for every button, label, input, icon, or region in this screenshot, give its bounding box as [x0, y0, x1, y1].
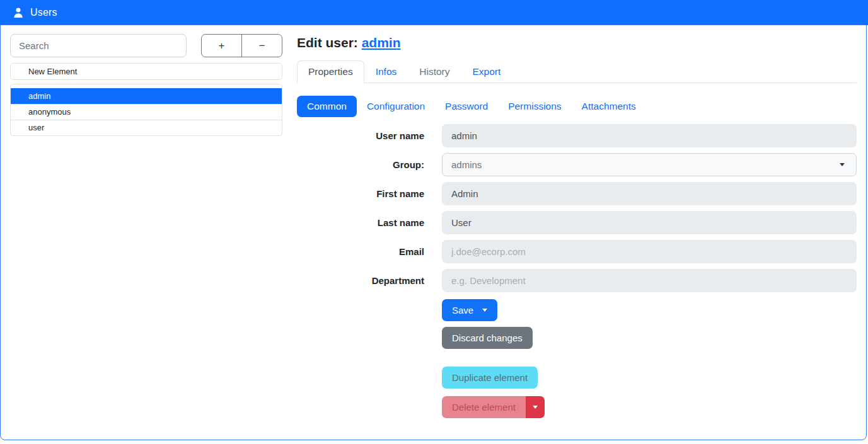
sidebar: + − New Element admin anonymous user: [10, 34, 282, 136]
tab-properties[interactable]: Properties: [297, 60, 364, 83]
add-element-button[interactable]: +: [202, 35, 241, 57]
discard-changes-button[interactable]: Discard changes: [442, 327, 533, 349]
user-list: admin anonymous user: [10, 84, 282, 136]
email-field-wrap: [442, 240, 857, 263]
firstname-label: First name: [297, 188, 424, 199]
list-item-anonymous[interactable]: anonymous: [11, 104, 282, 120]
tab-infos[interactable]: Infos: [364, 60, 408, 83]
new-element-label: New Element: [11, 67, 77, 76]
department-field: [442, 269, 857, 292]
form-row-username: User name: [297, 124, 857, 147]
delete-button-group: Delete element: [442, 396, 545, 418]
email-field: [442, 240, 857, 263]
user-form: User name Group: admins First name: [297, 124, 857, 292]
save-button[interactable]: Save: [442, 299, 497, 321]
edited-user-link[interactable]: admin: [362, 35, 401, 50]
username-field: [442, 124, 857, 147]
lastname-label: Last name: [297, 217, 424, 228]
department-field-wrap: [442, 269, 857, 292]
username-label: User name: [297, 130, 424, 141]
subtab-permissions[interactable]: Permissions: [498, 96, 571, 117]
form-row-firstname: First name: [297, 182, 857, 205]
form-row-department: Department: [297, 269, 857, 292]
duplicate-element-button: Duplicate element: [442, 367, 538, 389]
sub-tab-bar: Common Configuration Password Permission…: [297, 96, 857, 117]
delete-dropdown-toggle[interactable]: [526, 396, 545, 418]
group-select-value: admins: [451, 159, 482, 170]
delete-element-button: Delete element: [442, 396, 526, 418]
sidebar-search-row: + −: [10, 34, 282, 57]
list-item-user[interactable]: user: [11, 120, 282, 135]
page-title-prefix: Edit user:: [297, 35, 362, 50]
add-remove-button-group: + −: [201, 34, 282, 57]
subtab-attachments[interactable]: Attachments: [572, 96, 646, 117]
form-row-group: Group: admins: [297, 153, 857, 176]
group-label: Group:: [297, 159, 424, 170]
delete-dropdown-caret-icon: [533, 406, 538, 409]
subtab-password[interactable]: Password: [435, 96, 498, 117]
list-item-admin[interactable]: admin: [11, 88, 282, 104]
user-icon: [13, 7, 24, 18]
subtab-configuration[interactable]: Configuration: [357, 96, 435, 117]
new-element-item[interactable]: New Element: [10, 63, 282, 80]
content-frame: + − New Element admin anonymous user Edi…: [0, 25, 867, 440]
tab-history: History: [408, 60, 461, 83]
form-row-email: Email: [297, 240, 857, 263]
email-label: Email: [297, 246, 424, 257]
page-title: Edit user: admin: [297, 35, 857, 50]
tab-export[interactable]: Export: [461, 60, 512, 83]
tab-bar: Properties Infos History Export: [297, 59, 857, 83]
chevron-down-icon: [840, 163, 845, 166]
save-dropdown-caret-icon[interactable]: [482, 309, 487, 312]
subtab-common[interactable]: Common: [297, 96, 357, 117]
save-button-label: Save: [452, 305, 473, 316]
lastname-field: [442, 211, 857, 234]
app-header: Users: [0, 0, 868, 25]
group-field-wrap: admins: [442, 153, 857, 176]
search-input[interactable]: [10, 34, 187, 57]
lastname-field-wrap: [442, 211, 857, 234]
group-select[interactable]: admins: [442, 153, 857, 176]
app-title: Users: [30, 7, 57, 18]
username-field-wrap: [442, 124, 857, 147]
main-panel: Edit user: admin Properties Infos Histor…: [297, 25, 857, 418]
form-actions: Save Discard changes Duplicate element D…: [442, 299, 857, 418]
firstname-field-wrap: [442, 182, 857, 205]
firstname-field: [442, 182, 857, 205]
form-row-lastname: Last name: [297, 211, 857, 234]
remove-element-button[interactable]: −: [241, 35, 282, 57]
department-label: Department: [297, 275, 424, 286]
